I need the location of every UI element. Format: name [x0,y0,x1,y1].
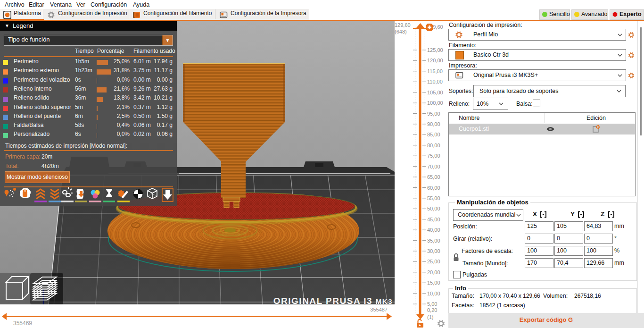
svg-text:ORIGINAL PRUSA i3 MK3: ORIGINAL PRUSA i3 MK3 [273,296,393,304]
svg-text:105,00: 105,00 [427,90,443,95]
svg-text:50,00: 50,00 [427,206,440,211]
svg-text:(1): (1) [427,314,433,320]
svg-text:5,00: 5,00 [427,301,437,307]
svg-text:80,00: 80,00 [427,143,440,148]
svg-text:120,00: 120,00 [427,58,443,63]
svg-text:0,20: 0,20 [427,307,437,313]
svg-text:100,00: 100,00 [427,100,443,106]
svg-text:115,00: 115,00 [427,68,443,74]
svg-text:35,00: 35,00 [427,238,440,244]
svg-text:85,00: 85,00 [427,132,440,137]
svg-text:65,00: 65,00 [427,174,440,180]
svg-text:45,00: 45,00 [427,217,440,222]
svg-text:75,00: 75,00 [427,153,440,159]
svg-text:95,00: 95,00 [427,111,440,117]
svg-text:70,00: 70,00 [427,164,440,169]
svg-text:355469: 355469 [13,320,32,327]
svg-text:20,00: 20,00 [427,269,440,275]
svg-text:40,00: 40,00 [427,227,440,233]
svg-text:55,00: 55,00 [427,195,440,201]
svg-text:(648): (648) [395,29,407,34]
svg-text:129,60: 129,60 [395,22,411,28]
svg-text:10,00: 10,00 [427,291,440,296]
svg-text:30,00: 30,00 [427,248,440,254]
svg-text:355487: 355487 [370,307,388,312]
svg-text:60,00: 60,00 [427,185,440,191]
svg-text:110,00: 110,00 [427,79,443,84]
svg-text:90,00: 90,00 [427,121,440,127]
svg-text:125,00: 125,00 [427,47,443,53]
svg-text:25,00: 25,00 [427,259,440,264]
svg-text:15,00: 15,00 [427,280,440,286]
